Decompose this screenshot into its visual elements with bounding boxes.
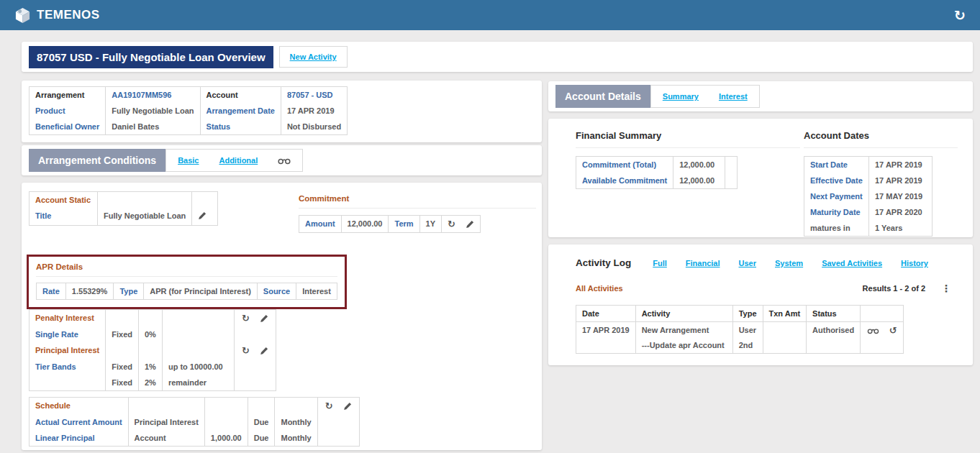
activity-log-panel: Activity Log Full Financial User System … (548, 244, 973, 365)
reverse-refresh-icon[interactable]: ↺ (889, 326, 897, 335)
amount-label: Amount (299, 216, 342, 233)
source-value: Interest (296, 283, 337, 300)
activity-log-subheader-row: All Activities Results 1 - 2 of 2 ⋮ (576, 283, 951, 293)
navbar-refresh-icon[interactable]: ↻ (954, 9, 966, 22)
table-row: matures in 1 Years (804, 220, 933, 237)
activity-type-line-1: User (739, 326, 757, 334)
effective-date-value: 17 APR 2019 (869, 173, 933, 188)
table-row: Commitment (Total) 12,000.00 (576, 157, 738, 173)
table-row: Next Payment 17 MAY 2019 (804, 188, 933, 204)
arrangement-label: Arrangement (30, 87, 106, 104)
page: TEMENOS ↻ 87057 USD - Fully Negotiable L… (0, 0, 980, 453)
matures-in-value: 1 Years (869, 220, 933, 237)
kebab-menu-icon[interactable]: ⋮ (941, 283, 951, 293)
tier-band-2-basis: Fixed (106, 375, 139, 391)
edit-pencil-icon[interactable] (343, 402, 352, 411)
table-row: Linear Principal Account 1,000.00 Due Mo… (30, 430, 360, 447)
edit-pencil-icon[interactable] (466, 220, 474, 229)
edit-pencil-icon[interactable] (260, 347, 268, 355)
rate-label: Rate (37, 283, 66, 300)
account-static-table: Account Static Title Fully Negotiable Lo… (29, 191, 218, 226)
title-label: Title (30, 208, 98, 226)
actions-cell: ↻ (234, 310, 276, 327)
matures-in-label: matures in (804, 220, 869, 237)
empty-cell (248, 398, 275, 415)
tab-interest[interactable]: Interest (719, 92, 748, 101)
linear-principal-label: Linear Principal (30, 430, 129, 447)
schedule-row-amount: 1,000.00 (204, 430, 248, 447)
type-value: APR (for Principal Interest) (144, 283, 258, 300)
commitment-total-value: 12,000.00 (673, 157, 725, 173)
view-glasses-icon[interactable] (278, 157, 291, 165)
type-label: Type (114, 283, 144, 300)
arrangement-conditions-panel: Account Static Title Fully Negotiable Lo… (22, 183, 542, 450)
status-label: Status (200, 119, 281, 135)
maturity-date-value: 17 APR 2020 (869, 204, 933, 220)
apr-details-header: APR Details (36, 262, 337, 277)
top-navbar: TEMENOS ↻ (0, 0, 980, 30)
frequency-value: Monthly (275, 430, 317, 447)
title-value: Fully Negotiable Loan (98, 208, 192, 226)
empty-cell (234, 326, 276, 342)
arrangement-id-link[interactable]: AA19107MM596 (106, 87, 200, 104)
term-label: Term (389, 216, 419, 233)
table-row: Rate 1.55329% Type APR (for Principal In… (37, 283, 337, 300)
available-commitment-value: 12,000.00 (673, 173, 725, 189)
actions-cell: ↻ (442, 216, 481, 233)
tier-bands-label: Tier Bands (30, 359, 106, 375)
tab-additional[interactable]: Additional (219, 156, 258, 165)
arrangement-summary-panel: Arrangement AA19107MM596 Account 87057 -… (22, 81, 542, 142)
tier-band-2-range: remainder (162, 375, 234, 391)
empty-cell (275, 398, 317, 415)
table-row: Product Fully Negotiable Loan Arrangemen… (30, 103, 348, 119)
edit-pencil-icon[interactable] (198, 211, 207, 220)
arrangement-conditions-header: Arrangement Conditions Basic Additional (22, 145, 542, 175)
empty-cell (725, 157, 738, 173)
principal-interest-header: Principal Interest (30, 342, 106, 359)
all-activities-label: All Activities (576, 284, 623, 293)
new-activity-box: New Activity (279, 46, 348, 68)
beneficial-owner-value: Daniel Bates (106, 119, 200, 135)
empty-cell (106, 342, 139, 359)
activity-name: New Arrangement ---Update apr Account (635, 322, 732, 354)
table-row: Start Date 17 APR 2019 (804, 157, 933, 173)
account-static-header: Account Static (30, 192, 98, 209)
activity-type-line-2: 2nd (739, 341, 757, 349)
table-row: Penalty Interest ↻ (30, 310, 276, 327)
filter-system[interactable]: System (775, 259, 803, 267)
filter-full[interactable]: Full (653, 259, 667, 267)
empty-cell (98, 192, 192, 209)
schedule-row-amount (204, 414, 248, 430)
table-header-row: Date Activity Type Txn Amt Status (576, 306, 904, 322)
table-row: Arrangement AA19107MM596 Account 87057 -… (30, 87, 348, 104)
filter-financial[interactable]: Financial (686, 259, 720, 267)
arrangement-date-value: 17 APR 2019 (281, 103, 347, 119)
new-activity-link[interactable]: New Activity (290, 52, 337, 61)
tab-basic[interactable]: Basic (178, 156, 199, 165)
term-value: 1Y (419, 216, 441, 233)
table-row: Beneficial Owner Daniel Bates Status Not… (30, 119, 348, 135)
tier-band-2-rate: 2% (139, 375, 163, 391)
temenos-cube-logo-icon (14, 7, 31, 24)
page-title-bar: 87057 USD - Fully Negotiable Loan Overvi… (22, 42, 973, 72)
tab-summary[interactable]: Summary (663, 92, 699, 101)
col-txn-amt: Txn Amt (763, 306, 807, 322)
penalty-interest-header: Penalty Interest (30, 310, 106, 327)
refresh-icon[interactable]: ↻ (448, 219, 455, 229)
refresh-icon[interactable]: ↻ (242, 314, 250, 323)
frequency-value: Monthly (275, 414, 317, 430)
filter-saved-activities[interactable]: Saved Activities (822, 259, 882, 267)
account-number-link[interactable]: 87057 - USD (281, 87, 347, 104)
refresh-icon[interactable]: ↻ (325, 401, 333, 411)
activity-txn-amt (763, 322, 807, 354)
filter-history[interactable]: History (901, 259, 928, 267)
rate-value: 1.55329% (65, 283, 114, 300)
view-glasses-icon[interactable] (867, 327, 879, 334)
table-row: Title Fully Negotiable Loan (30, 208, 218, 226)
edit-pencil-icon[interactable] (260, 314, 268, 323)
beneficial-owner-label: Beneficial Owner (30, 119, 106, 135)
arrangement-summary-table: Arrangement AA19107MM596 Account 87057 -… (29, 86, 348, 135)
table-row: Effective Date 17 APR 2019 (804, 173, 933, 188)
filter-user[interactable]: User (739, 259, 756, 267)
refresh-icon[interactable]: ↻ (242, 346, 250, 355)
